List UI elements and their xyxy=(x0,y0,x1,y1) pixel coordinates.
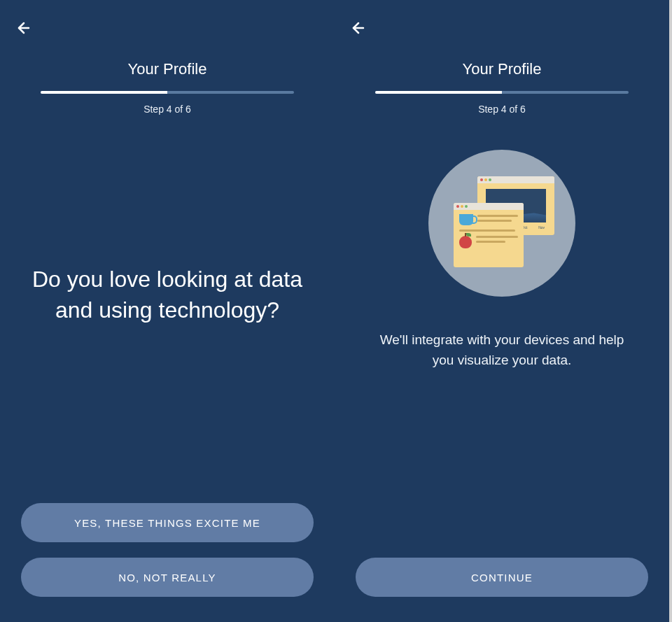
header: Your Profile Step 4 of 6 xyxy=(335,0,669,115)
back-button[interactable] xyxy=(15,20,32,36)
food-window-icon xyxy=(454,203,524,267)
arrow-left-icon xyxy=(15,20,32,36)
yes-button[interactable]: YES, THESE THINGS EXCITE ME xyxy=(21,503,314,542)
onboarding-screen-question: Your Profile Step 4 of 6 Do you love loo… xyxy=(0,0,335,622)
progress-bar xyxy=(375,91,629,94)
arrow-left-icon xyxy=(350,20,367,36)
question-text: Do you love looking at data and using te… xyxy=(21,264,314,325)
info-text: We'll integrate with your devices and he… xyxy=(363,330,641,370)
onboarding-screen-info: Your Profile Step 4 of 6 Aug S xyxy=(335,0,669,622)
page-title: Your Profile xyxy=(15,60,319,78)
question-content: Do you love looking at data and using te… xyxy=(0,87,335,503)
button-group: CONTINUE xyxy=(335,558,669,622)
page-title: Your Profile xyxy=(350,60,654,78)
illustration-icon: Aug Sep Oct Nov xyxy=(428,150,575,297)
apple-icon xyxy=(459,236,472,248)
back-button[interactable] xyxy=(350,20,367,36)
progress-fill xyxy=(375,91,502,94)
cup-icon xyxy=(459,214,473,225)
info-content: Aug Sep Oct Nov xyxy=(335,115,669,558)
step-indicator: Step 4 of 6 xyxy=(350,104,654,115)
continue-button[interactable]: CONTINUE xyxy=(356,558,648,597)
no-button[interactable]: NO, NOT REALLY xyxy=(21,558,314,597)
button-group: YES, THESE THINGS EXCITE ME NO, NOT REAL… xyxy=(0,503,335,622)
